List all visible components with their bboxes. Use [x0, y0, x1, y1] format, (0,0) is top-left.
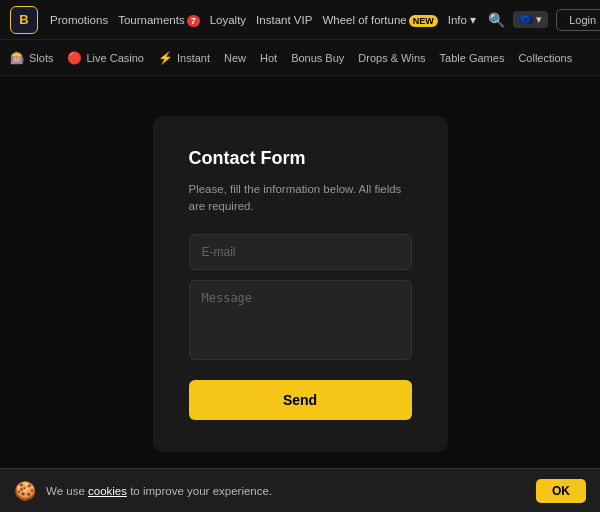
message-input[interactable]	[189, 280, 412, 360]
sec-nav-hot[interactable]: Hot	[260, 52, 277, 64]
email-input[interactable]	[189, 234, 412, 270]
sec-nav-live-casino[interactable]: 🔴 Live Casino	[67, 51, 143, 65]
nav-instant-vip[interactable]: Instant VIP	[256, 14, 312, 26]
sec-nav-slots[interactable]: 🎰 Slots	[10, 51, 53, 65]
contact-form-title: Contact Form	[189, 148, 412, 169]
slots-icon: 🎰	[10, 51, 25, 65]
sec-nav-bonus-buy[interactable]: Bonus Buy	[291, 52, 344, 64]
sec-nav-table-games[interactable]: Table Games	[440, 52, 505, 64]
sec-nav-drops-wins[interactable]: Drops & Wins	[358, 52, 425, 64]
flag-selector[interactable]: 🇪🇺 ▾	[513, 11, 548, 28]
sec-nav-instant[interactable]: ⚡ Instant	[158, 51, 210, 65]
nav-loyalty[interactable]: Loyalty	[210, 14, 246, 26]
sec-nav-new[interactable]: New	[224, 52, 246, 64]
secondary-nav: 🎰 Slots 🔴 Live Casino ⚡ Instant New Hot …	[0, 40, 600, 76]
nav-wheel[interactable]: Wheel of fortuneNEW	[322, 14, 437, 26]
search-icon[interactable]: 🔍	[488, 12, 505, 28]
top-nav: B Promotions Tournaments7 Loyalty Instan…	[0, 0, 600, 40]
cookies-link[interactable]: cookies	[88, 485, 127, 497]
contact-form-desc: Please, fill the information below. All …	[189, 181, 412, 216]
main-content: Contact Form Please, fill the informatio…	[0, 76, 600, 492]
wheel-badge: NEW	[409, 15, 438, 27]
tournament-badge: 7	[187, 15, 200, 27]
logo[interactable]: B	[10, 6, 38, 34]
instant-icon: ⚡	[158, 51, 173, 65]
sec-nav-collections[interactable]: Collections	[518, 52, 572, 64]
nav-info[interactable]: Info ▾	[448, 13, 476, 27]
live-icon: 🔴	[67, 51, 82, 65]
contact-card: Contact Form Please, fill the informatio…	[153, 116, 448, 452]
nav-promotions[interactable]: Promotions	[50, 14, 108, 26]
send-button[interactable]: Send	[189, 380, 412, 420]
nav-right: 🔍 🇪🇺 ▾ Login Sign Up	[488, 9, 600, 31]
top-nav-links: Promotions Tournaments7 Loyalty Instant …	[50, 13, 476, 27]
nav-tournaments[interactable]: Tournaments7	[118, 14, 200, 26]
cookie-banner: 🍪 We use cookies to improve your experie…	[0, 468, 600, 512]
cookie-text: We use cookies to improve your experienc…	[46, 485, 526, 497]
cookie-icon: 🍪	[14, 480, 36, 502]
ok-button[interactable]: OK	[536, 479, 586, 503]
login-button[interactable]: Login	[556, 9, 600, 31]
